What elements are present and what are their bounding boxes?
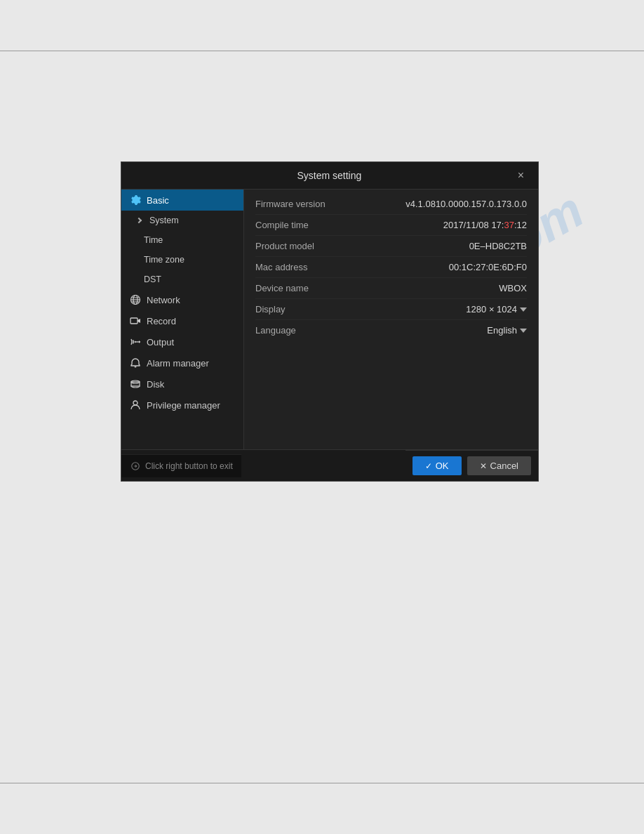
device-name-label: Device name bbox=[255, 283, 309, 293]
language-row: Language English bbox=[255, 320, 527, 340]
display-dropdown[interactable]: 1280 × 1024 bbox=[466, 304, 527, 315]
cancel-label: Cancel bbox=[490, 461, 518, 471]
cancel-button[interactable]: ✕ Cancel bbox=[467, 456, 531, 475]
sidebar-label-alarm: Alarm manager bbox=[147, 358, 209, 369]
display-row: Display 1280 × 1024 bbox=[255, 299, 527, 320]
checkmark-icon: ✓ bbox=[425, 461, 432, 471]
language-label: Language bbox=[255, 325, 296, 336]
sidebar-item-time[interactable]: Time bbox=[121, 230, 243, 250]
mac-address-label: Mac address bbox=[255, 262, 307, 272]
product-model-label: Product model bbox=[255, 241, 314, 251]
sidebar-item-output[interactable]: Output bbox=[121, 331, 243, 352]
display-value: 1280 × 1024 bbox=[466, 304, 517, 315]
firmware-value: v4.1.0810.0000.157.0.173.0.0 bbox=[405, 199, 527, 209]
sidebar-item-network[interactable]: Network bbox=[121, 289, 243, 310]
sidebar-item-dst[interactable]: DST bbox=[121, 270, 243, 289]
person-icon bbox=[130, 399, 141, 411]
camera-icon bbox=[130, 315, 141, 326]
device-name-value: WBOX bbox=[499, 283, 527, 293]
dialog-footer: ✓ OK ✕ Cancel bbox=[405, 450, 538, 481]
sidebar-label-privilege: Privilege manager bbox=[147, 400, 220, 411]
sidebar-item-timezone[interactable]: Time zone bbox=[121, 250, 243, 270]
firmware-row: Firmware version v4.1.0810.0000.157.0.17… bbox=[255, 194, 527, 215]
chevron-down-icon bbox=[520, 307, 527, 312]
compile-time-prefix: 2017/11/08 17: bbox=[443, 220, 504, 230]
dialog-body: Basic System Time Time zone DST bbox=[121, 190, 538, 449]
chevron-down-language-icon bbox=[520, 329, 527, 333]
svg-point-12 bbox=[133, 401, 137, 405]
svg-marker-8 bbox=[139, 340, 140, 343]
disk-icon bbox=[130, 378, 141, 390]
sidebar-item-basic[interactable]: Basic bbox=[121, 190, 243, 211]
sidebar-label-dst: DST bbox=[144, 274, 161, 284]
sidebar-label-system: System bbox=[149, 216, 179, 225]
svg-rect-5 bbox=[130, 318, 137, 324]
sidebar-item-alarm[interactable]: Alarm manager bbox=[121, 352, 243, 373]
sidebar-label-output: Output bbox=[147, 337, 174, 348]
sidebar-item-system[interactable]: System bbox=[121, 211, 243, 230]
compile-time-value: 2017/11/08 17:37:12 bbox=[443, 220, 527, 230]
sidebar-label-timezone: Time zone bbox=[144, 255, 185, 265]
main-content: Firmware version v4.1.0810.0000.157.0.17… bbox=[244, 190, 538, 449]
page-background: manualsarchive.com System setting × bbox=[0, 0, 644, 834]
language-dropdown[interactable]: English bbox=[487, 325, 527, 336]
dialog-titlebar: System setting × bbox=[121, 162, 538, 190]
x-icon: ✕ bbox=[480, 461, 487, 471]
device-name-row: Device name WBOX bbox=[255, 278, 527, 299]
sidebar-label-time: Time bbox=[144, 235, 163, 245]
system-setting-dialog: System setting × Basic bbox=[121, 161, 539, 482]
exit-label: Click right button to exit bbox=[145, 461, 233, 471]
sidebar-label-record: Record bbox=[147, 316, 176, 326]
output-icon bbox=[130, 336, 141, 348]
compile-time-row: Compile time 2017/11/08 17:37:12 bbox=[255, 215, 527, 236]
ok-button[interactable]: ✓ OK bbox=[412, 456, 462, 475]
sidebar-label-basic: Basic bbox=[147, 195, 169, 206]
sidebar-item-disk[interactable]: Disk bbox=[121, 373, 243, 395]
compile-time-highlight: 37 bbox=[504, 220, 514, 230]
close-button[interactable]: × bbox=[514, 168, 528, 183]
footer-exit: Click right button to exit bbox=[121, 454, 241, 477]
product-model-value: 0E–HD8C2TB bbox=[469, 241, 527, 251]
gear-icon bbox=[130, 194, 141, 206]
chevron-right-icon bbox=[136, 218, 142, 223]
ok-label: OK bbox=[436, 461, 449, 471]
sidebar-item-privilege[interactable]: Privilege manager bbox=[121, 395, 243, 416]
sidebar-item-record[interactable]: Record bbox=[121, 310, 243, 331]
globe-icon bbox=[130, 294, 141, 305]
language-value: English bbox=[487, 325, 517, 336]
mac-address-value: 00:1C:27:0E:6D:F0 bbox=[449, 262, 527, 272]
compile-time-suffix: :12 bbox=[514, 220, 527, 230]
sidebar-label-network: Network bbox=[147, 295, 180, 305]
compile-time-label: Compile time bbox=[255, 220, 309, 230]
alarm-icon bbox=[130, 357, 141, 369]
bottom-rule bbox=[0, 783, 644, 783]
firmware-label: Firmware version bbox=[255, 199, 326, 209]
product-model-row: Product model 0E–HD8C2TB bbox=[255, 236, 527, 257]
dialog-title: System setting bbox=[145, 170, 514, 181]
mac-address-row: Mac address 00:1C:27:0E:6D:F0 bbox=[255, 257, 527, 278]
display-label: Display bbox=[255, 304, 286, 315]
exit-icon bbox=[130, 461, 141, 472]
top-rule bbox=[0, 51, 644, 51]
sidebar: Basic System Time Time zone DST bbox=[121, 190, 244, 449]
sidebar-label-disk: Disk bbox=[147, 379, 164, 390]
